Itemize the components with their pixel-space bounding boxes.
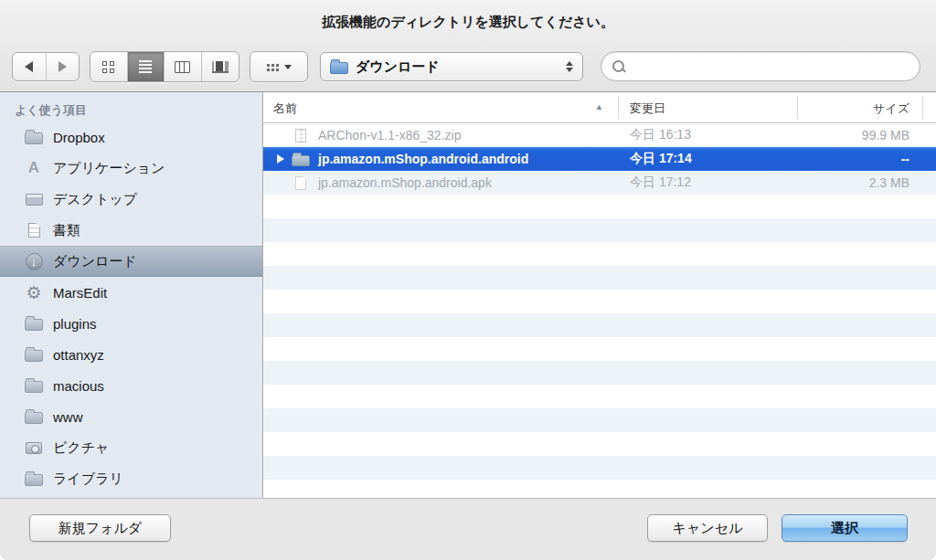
arrange-grid-icon: [267, 64, 270, 67]
arrange-menu-button[interactable]: [250, 51, 308, 82]
folder-icon: [23, 312, 45, 334]
path-popup-button[interactable]: ダウンロード: [320, 52, 583, 81]
column-divider: [922, 96, 923, 119]
dialog-title: 拡張機能のディレクトリを選択してください。: [0, 0, 936, 31]
icon-view-icon: [102, 61, 114, 73]
documents-icon: [23, 219, 45, 241]
coverflow-view-icon: [212, 61, 229, 73]
folder-icon: [23, 126, 45, 148]
nav-history-control: [12, 52, 80, 81]
folder-icon: [291, 150, 311, 168]
forward-button[interactable]: [46, 53, 80, 80]
stepper-arrows-icon: [566, 61, 573, 72]
sidebar-item-label: デスクトップ: [53, 191, 137, 208]
forward-arrow-icon: [58, 61, 67, 72]
view-mode-control: [90, 51, 239, 82]
column-header-name[interactable]: 名前: [273, 100, 297, 117]
back-arrow-icon: [25, 61, 33, 72]
column-view-icon: [175, 61, 190, 73]
icon-view-button[interactable]: [90, 52, 128, 81]
file-icon: [291, 174, 311, 192]
file-modified: 今日 16:13: [630, 127, 691, 143]
sidebar-item-library[interactable]: ライブラリ: [0, 463, 262, 494]
pictures-icon: [23, 437, 45, 459]
toolbar: ダウンロード: [0, 50, 936, 83]
sidebar-item-applications[interactable]: A アプリケーション: [0, 153, 262, 184]
empty-list-area: [263, 195, 936, 498]
path-popup-value: ダウンロード: [356, 58, 440, 76]
list-view-icon: [139, 60, 152, 73]
list-view-button[interactable]: [128, 52, 165, 81]
folder-icon: [23, 343, 45, 365]
sidebar-item-www[interactable]: www: [0, 401, 262, 432]
list-header: 名前 ▲ 変更日 サイズ: [263, 92, 936, 123]
back-button[interactable]: [13, 53, 46, 80]
downloads-icon: ↓: [23, 250, 45, 272]
sidebar-item-label: ottanxyz: [53, 347, 104, 363]
zip-file-icon: [291, 126, 311, 144]
sidebar-item-label: MarsEdit: [53, 285, 107, 301]
column-divider: [618, 96, 619, 119]
sidebar-item-label: www: [53, 409, 83, 425]
new-folder-button[interactable]: 新規フォルダ: [29, 514, 171, 542]
sidebar-item-label: ライブラリ: [53, 470, 123, 488]
choose-button[interactable]: 選択: [782, 514, 908, 542]
sidebar-item-label: アプリケーション: [53, 160, 165, 177]
file-row-archon-zip[interactable]: ARChon-v1.1-x86_32.zip 今日 16:13 99.9 MB: [263, 123, 936, 147]
file-modified: 今日 17:12: [630, 174, 691, 191]
column-view-button[interactable]: [165, 52, 202, 81]
sidebar-item-label: 書類: [53, 222, 80, 239]
sidebar-item-documents[interactable]: 書類: [0, 215, 262, 246]
search-icon: [612, 60, 625, 73]
coverflow-view-button[interactable]: [202, 52, 239, 81]
sidebar-item-label: ピクチャ: [53, 439, 109, 457]
disclosure-triangle-icon[interactable]: [271, 154, 291, 164]
search-input[interactable]: [633, 59, 909, 74]
sidebar-item-macious[interactable]: macious: [0, 370, 262, 401]
sidebar-item-label: ダウンロード: [53, 253, 137, 270]
folder-icon: [23, 468, 45, 490]
desktop-icon: [23, 188, 45, 210]
file-size: 2.3 MB: [797, 175, 909, 190]
dialog-footer: 新規フォルダ キャンセル 選択: [0, 498, 936, 560]
sidebar-section-label: よく使う項目: [0, 100, 262, 122]
sidebar-item-downloads[interactable]: ↓ ダウンロード: [0, 246, 262, 277]
sidebar-item-plugins[interactable]: plugins: [0, 308, 262, 339]
file-size: 99.9 MB: [797, 128, 909, 143]
sidebar-item-desktop[interactable]: デスクトップ: [0, 184, 262, 215]
sidebar-item-pictures[interactable]: ピクチャ: [0, 432, 262, 463]
dialog-content: よく使う項目 Dropbox A アプリケーション デスクトップ 書類 ↓ ダウ…: [0, 92, 936, 498]
sidebar-item-marsedit[interactable]: ⚙ MarsEdit: [0, 277, 262, 308]
applications-icon: A: [23, 157, 45, 179]
file-list: 名前 ▲ 変更日 サイズ ARChon-v1.1-x86_32.zip 今日 1…: [263, 92, 936, 498]
folder-icon: [23, 406, 45, 428]
folder-icon: [23, 375, 45, 396]
sidebar: よく使う項目 Dropbox A アプリケーション デスクトップ 書類 ↓ ダウ…: [0, 92, 263, 498]
column-header-modified[interactable]: 変更日: [630, 100, 665, 117]
sidebar-item-label: Dropbox: [53, 130, 105, 145]
sidebar-item-label: macious: [53, 378, 104, 394]
downloads-folder-icon: [330, 62, 348, 74]
file-row-mshop-apk[interactable]: jp.amazon.mShop.android.apk 今日 17:12 2.3…: [263, 171, 936, 195]
cancel-button[interactable]: キャンセル: [647, 514, 768, 542]
file-name: ARChon-v1.1-x86_32.zip: [318, 128, 461, 143]
dialog-header: 拡張機能のディレクトリを選択してください。 ダウンロード: [0, 0, 936, 92]
column-header-size[interactable]: サイズ: [797, 100, 909, 117]
sidebar-item-label: plugins: [53, 316, 97, 332]
sidebar-item-ottanxyz[interactable]: ottanxyz: [0, 339, 262, 370]
sidebar-item-dropbox[interactable]: Dropbox: [0, 122, 262, 153]
file-size: --: [797, 152, 909, 166]
file-name: jp.amazon.mShop.android.android: [318, 152, 528, 166]
file-row-mshop-folder[interactable]: jp.amazon.mShop.android.android 今日 17:14…: [263, 147, 936, 171]
search-field[interactable]: [601, 51, 920, 81]
gear-icon: ⚙: [23, 281, 45, 303]
file-modified: 今日 17:14: [630, 151, 692, 167]
chevron-down-icon: [284, 65, 292, 69]
file-name: jp.amazon.mShop.android.apk: [318, 175, 492, 190]
file-chooser-dialog: 拡張機能のディレクトリを選択してください。 ダウンロード: [0, 0, 936, 560]
sort-ascending-icon[interactable]: ▲: [595, 102, 603, 111]
